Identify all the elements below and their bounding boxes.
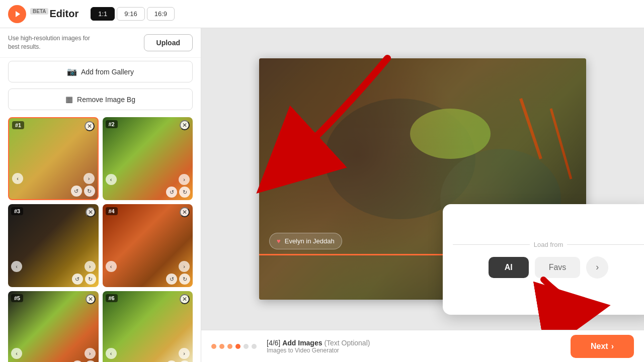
gallery-icon: 📷 (67, 67, 77, 76)
card-icons-3: ↺ ↻ (72, 274, 96, 285)
next-button[interactable]: Next › (571, 335, 634, 358)
step-info: [4/6] Add Images (Text Optional) Images … (267, 339, 560, 354)
profile-chip[interactable]: ♥ Evelyn in Jeddah (269, 233, 342, 249)
load-next-arrow-button[interactable]: › (586, 256, 608, 279)
canvas-area: ♥ Evelyn in Jeddah Load from AI Favs › (201, 28, 644, 362)
progress-dots (211, 344, 257, 349)
card-close-6[interactable]: ✕ (180, 294, 190, 304)
main-layout: Use high-resolution images for best resu… (0, 28, 644, 362)
card-nav-6: ‹ › (103, 348, 193, 359)
next-btn-label: Next (591, 342, 608, 351)
image-card-3[interactable]: #3 ✕ ‹ › ↺ ↻ (8, 204, 99, 287)
progress-dot-2 (219, 344, 224, 349)
card-flip-3[interactable]: ↻ (85, 274, 96, 285)
remove-image-bg-button[interactable]: ▦ Remove Image Bg (8, 88, 193, 110)
card-close-4[interactable]: ✕ (180, 207, 190, 217)
progress-dot-3 (227, 344, 232, 349)
card-next-3[interactable]: › (85, 261, 96, 272)
image-card-5[interactable]: #5 ✕ ‹ › ↺ ↻ (8, 291, 99, 362)
upload-button[interactable]: Upload (144, 34, 193, 51)
card-nav-5: ‹ › (8, 348, 99, 359)
step-desc: Images to Video Generator (267, 347, 560, 354)
header: BETAEditor 1:1 9:16 16:9 (0, 0, 644, 28)
card-rotate-3[interactable]: ↺ (72, 274, 83, 285)
card-number-1: #1 (12, 121, 24, 129)
card-rotate-1[interactable]: ↺ (71, 186, 82, 197)
card-nav-1: ‹ › (9, 173, 98, 184)
card-next-6[interactable]: › (179, 348, 190, 359)
image-card-6[interactable]: #6 ✕ ‹ › ↺ ↻ (103, 291, 193, 362)
add-from-gallery-button[interactable]: 📷 Add from Gallery (8, 61, 193, 82)
card-close-2[interactable]: ✕ (180, 120, 190, 130)
card-prev-3[interactable]: ‹ (11, 261, 22, 272)
load-ai-button[interactable]: AI (489, 257, 529, 278)
card-close-1[interactable]: ✕ (85, 121, 95, 131)
svg-marker-0 (16, 11, 20, 17)
beta-badge: BETA (30, 8, 48, 15)
progress-dot-1 (211, 344, 216, 349)
card-icons-4: ↺ ↻ (166, 274, 190, 285)
card-prev-1[interactable]: ‹ (12, 173, 23, 184)
step-label: [4/6] (267, 339, 280, 347)
image-card-4[interactable]: #4 ✕ ‹ › ↺ ↻ (103, 204, 193, 287)
card-rotate-4[interactable]: ↺ (166, 274, 177, 285)
card-rotate-2[interactable]: ↺ (166, 187, 177, 198)
ratio-16-9[interactable]: 16:9 (147, 7, 175, 21)
sidebar: Use high-resolution images for best resu… (0, 28, 201, 362)
card-nav-3: ‹ › (8, 261, 99, 272)
card-flip-1[interactable]: ↻ (84, 186, 95, 197)
next-arrow-icon: › (611, 342, 614, 351)
step-subtitle: (Text Optional) (324, 339, 370, 347)
card-prev-5[interactable]: ‹ (11, 348, 22, 359)
gallery-btn-label: Add from Gallery (81, 68, 134, 76)
card-prev-4[interactable]: ‹ (106, 261, 117, 272)
card-close-3[interactable]: ✕ (86, 207, 96, 217)
logo-text: BETAEditor (30, 8, 78, 20)
card-number-2: #2 (106, 120, 118, 128)
logo-area: BETAEditor (8, 5, 78, 23)
upload-row: Use high-resolution images for best resu… (0, 28, 201, 58)
card-icons-2: ↺ ↻ (166, 187, 190, 198)
progress-dot-5 (244, 344, 249, 349)
card-number-5: #5 (11, 294, 23, 302)
card-number-4: #4 (106, 207, 118, 215)
progress-dot-6 (252, 344, 257, 349)
card-number-6: #6 (106, 294, 118, 302)
card-next-4[interactable]: › (179, 261, 190, 272)
card-nav-4: ‹ › (103, 261, 193, 272)
step-title: [4/6] Add Images (Text Optional) (267, 339, 560, 347)
remove-bg-label: Remove Image Bg (77, 96, 135, 104)
ratio-buttons: 1:1 9:16 16:9 (91, 7, 175, 21)
ratio-9-16[interactable]: 9:16 (117, 7, 144, 21)
image-grid: #1 ✕ ‹ › ↺ ↻ #2 ✕ ‹ › (0, 113, 201, 362)
card-next-5[interactable]: › (85, 348, 96, 359)
card-nav-2: ‹ › (103, 174, 193, 185)
card-number-3: #3 (11, 207, 23, 215)
heart-icon: ♥ (277, 237, 281, 245)
card-next-1[interactable]: › (84, 173, 95, 184)
profile-name: Evelyn in Jeddah (285, 237, 335, 245)
progress-dot-4 (235, 344, 240, 349)
upload-hint: Use high-resolution images for best resu… (8, 34, 99, 51)
step-title-text: Add Images (282, 339, 322, 347)
load-favs-button[interactable]: Favs (535, 257, 581, 278)
card-prev-2[interactable]: ‹ (106, 174, 117, 185)
card-flip-4[interactable]: ↻ (179, 274, 190, 285)
card-next-2[interactable]: › (179, 174, 190, 185)
remove-bg-icon: ▦ (65, 95, 73, 104)
card-icons-1: ↺ ↻ (71, 186, 95, 197)
ratio-1-1[interactable]: 1:1 (91, 7, 115, 21)
bottom-bar: [4/6] Add Images (Text Optional) Images … (201, 330, 644, 362)
canvas-main: ♥ Evelyn in Jeddah Load from AI Favs › (201, 28, 644, 330)
image-card-2[interactable]: #2 ✕ ‹ › ↺ ↻ (103, 117, 193, 200)
logo-icon (8, 5, 26, 23)
card-close-5[interactable]: ✕ (86, 294, 96, 304)
transition-panel: Load from AI Favs › (443, 204, 644, 315)
image-card-1[interactable]: #1 ✕ ‹ › ↺ ↻ (8, 117, 99, 200)
card-prev-6[interactable]: ‹ (106, 348, 117, 359)
svg-point-5 (410, 109, 491, 159)
card-flip-2[interactable]: ↻ (179, 187, 190, 198)
load-from-label: Load from (453, 241, 644, 248)
load-buttons: AI Favs › (453, 256, 644, 279)
